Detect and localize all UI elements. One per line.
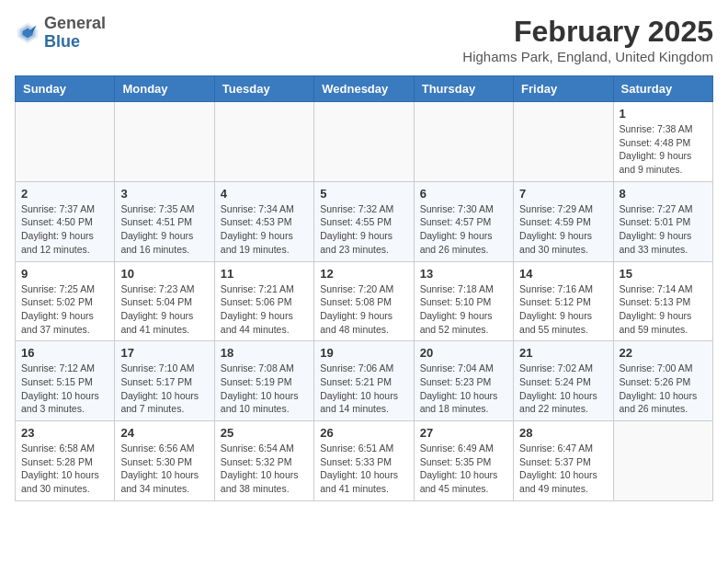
day-number: 14 — [519, 267, 607, 281]
calendar-cell: 7Sunrise: 7:29 AM Sunset: 4:59 PM Daylig… — [514, 181, 613, 261]
calendar-cell: 21Sunrise: 7:02 AM Sunset: 5:24 PM Dayli… — [514, 341, 613, 421]
day-info: Sunrise: 7:02 AM Sunset: 5:24 PM Dayligh… — [519, 362, 607, 416]
calendar-cell: 12Sunrise: 7:20 AM Sunset: 5:08 PM Dayli… — [314, 261, 414, 341]
day-info: Sunrise: 6:54 AM Sunset: 5:32 PM Dayligh… — [221, 442, 308, 496]
day-number: 12 — [320, 267, 407, 281]
day-info: Sunrise: 6:58 AM Sunset: 5:28 PM Dayligh… — [21, 442, 108, 496]
calendar-cell — [613, 421, 712, 501]
calendar-week-row: 16Sunrise: 7:12 AM Sunset: 5:15 PM Dayli… — [16, 341, 713, 421]
calendar-week-row: 1Sunrise: 7:38 AM Sunset: 4:48 PM Daylig… — [16, 102, 713, 182]
column-header-wednesday: Wednesday — [314, 76, 414, 102]
calendar-cell: 26Sunrise: 6:51 AM Sunset: 5:33 PM Dayli… — [314, 421, 414, 501]
header: General Blue February 2025 Highams Park,… — [15, 15, 713, 64]
day-number: 22 — [620, 346, 707, 360]
column-header-sunday: Sunday — [16, 76, 115, 102]
calendar-cell: 15Sunrise: 7:14 AM Sunset: 5:13 PM Dayli… — [613, 261, 712, 341]
calendar-cell: 3Sunrise: 7:35 AM Sunset: 4:51 PM Daylig… — [115, 181, 214, 261]
day-info: Sunrise: 7:23 AM Sunset: 5:04 PM Dayligh… — [120, 282, 208, 337]
day-number: 26 — [320, 426, 407, 440]
day-number: 20 — [420, 346, 507, 360]
calendar-cell: 5Sunrise: 7:32 AM Sunset: 4:55 PM Daylig… — [314, 181, 414, 261]
calendar-cell: 1Sunrise: 7:38 AM Sunset: 4:48 PM Daylig… — [613, 102, 712, 182]
month-title: February 2025 — [462, 15, 713, 49]
calendar-cell: 11Sunrise: 7:21 AM Sunset: 5:06 PM Dayli… — [214, 261, 313, 341]
day-number: 25 — [221, 426, 308, 440]
day-number: 9 — [21, 267, 108, 281]
day-info: Sunrise: 7:00 AM Sunset: 5:26 PM Dayligh… — [620, 362, 707, 416]
calendar-cell — [214, 102, 313, 182]
day-number: 10 — [120, 267, 208, 281]
calendar-cell — [414, 102, 513, 182]
calendar-cell: 14Sunrise: 7:16 AM Sunset: 5:12 PM Dayli… — [514, 261, 613, 341]
calendar-cell: 4Sunrise: 7:34 AM Sunset: 4:53 PM Daylig… — [214, 181, 313, 261]
day-info: Sunrise: 7:14 AM Sunset: 5:13 PM Dayligh… — [620, 282, 707, 337]
day-number: 2 — [21, 187, 108, 201]
day-info: Sunrise: 7:12 AM Sunset: 5:15 PM Dayligh… — [21, 362, 108, 416]
day-info: Sunrise: 6:51 AM Sunset: 5:33 PM Dayligh… — [320, 442, 407, 496]
calendar-cell: 23Sunrise: 6:58 AM Sunset: 5:28 PM Dayli… — [16, 421, 115, 501]
calendar-cell: 9Sunrise: 7:25 AM Sunset: 5:02 PM Daylig… — [16, 261, 115, 341]
calendar-week-row: 9Sunrise: 7:25 AM Sunset: 5:02 PM Daylig… — [16, 261, 713, 341]
calendar-cell: 28Sunrise: 6:47 AM Sunset: 5:37 PM Dayli… — [514, 421, 613, 501]
day-info: Sunrise: 7:25 AM Sunset: 5:02 PM Dayligh… — [21, 282, 108, 337]
day-number: 15 — [620, 267, 707, 281]
calendar: SundayMondayTuesdayWednesdayThursdayFrid… — [15, 75, 713, 501]
calendar-cell — [314, 102, 414, 182]
calendar-cell — [115, 102, 214, 182]
calendar-cell — [514, 102, 613, 182]
calendar-cell: 10Sunrise: 7:23 AM Sunset: 5:04 PM Dayli… — [115, 261, 214, 341]
day-number: 28 — [519, 426, 607, 440]
day-number: 27 — [420, 426, 507, 440]
calendar-cell: 2Sunrise: 7:37 AM Sunset: 4:50 PM Daylig… — [16, 181, 115, 261]
day-info: Sunrise: 6:56 AM Sunset: 5:30 PM Dayligh… — [120, 442, 208, 496]
day-number: 6 — [420, 187, 507, 201]
calendar-cell: 16Sunrise: 7:12 AM Sunset: 5:15 PM Dayli… — [16, 341, 115, 421]
calendar-cell: 22Sunrise: 7:00 AM Sunset: 5:26 PM Dayli… — [613, 341, 712, 421]
day-info: Sunrise: 7:38 AM Sunset: 4:48 PM Dayligh… — [620, 122, 707, 177]
logo-text: General Blue — [44, 15, 106, 52]
day-info: Sunrise: 7:32 AM Sunset: 4:55 PM Dayligh… — [320, 202, 407, 257]
calendar-cell — [16, 102, 115, 182]
logo: General Blue — [15, 15, 106, 52]
column-header-saturday: Saturday — [613, 76, 712, 102]
calendar-cell: 6Sunrise: 7:30 AM Sunset: 4:57 PM Daylig… — [414, 181, 513, 261]
day-number: 23 — [21, 426, 108, 440]
column-header-tuesday: Tuesday — [214, 76, 313, 102]
calendar-cell: 25Sunrise: 6:54 AM Sunset: 5:32 PM Dayli… — [214, 421, 313, 501]
calendar-cell: 24Sunrise: 6:56 AM Sunset: 5:30 PM Dayli… — [115, 421, 214, 501]
day-number: 19 — [320, 346, 407, 360]
day-number: 17 — [120, 346, 208, 360]
title-section: February 2025 Highams Park, England, Uni… — [462, 15, 713, 64]
calendar-cell: 27Sunrise: 6:49 AM Sunset: 5:35 PM Dayli… — [414, 421, 513, 501]
day-number: 1 — [620, 107, 707, 121]
day-number: 21 — [519, 346, 607, 360]
column-header-monday: Monday — [115, 76, 214, 102]
day-number: 8 — [620, 187, 707, 201]
day-number: 3 — [120, 187, 208, 201]
calendar-cell: 19Sunrise: 7:06 AM Sunset: 5:21 PM Dayli… — [314, 341, 414, 421]
calendar-header-row: SundayMondayTuesdayWednesdayThursdayFrid… — [16, 76, 713, 102]
day-info: Sunrise: 7:06 AM Sunset: 5:21 PM Dayligh… — [320, 362, 407, 416]
day-info: Sunrise: 7:27 AM Sunset: 5:01 PM Dayligh… — [620, 202, 707, 257]
day-number: 13 — [420, 267, 507, 281]
day-number: 16 — [21, 346, 108, 360]
day-info: Sunrise: 7:08 AM Sunset: 5:19 PM Dayligh… — [221, 362, 308, 416]
day-info: Sunrise: 7:10 AM Sunset: 5:17 PM Dayligh… — [120, 362, 208, 416]
day-number: 5 — [320, 187, 407, 201]
calendar-cell: 17Sunrise: 7:10 AM Sunset: 5:17 PM Dayli… — [115, 341, 214, 421]
day-info: Sunrise: 7:04 AM Sunset: 5:23 PM Dayligh… — [420, 362, 507, 416]
day-info: Sunrise: 6:47 AM Sunset: 5:37 PM Dayligh… — [519, 442, 607, 496]
calendar-cell: 20Sunrise: 7:04 AM Sunset: 5:23 PM Dayli… — [414, 341, 513, 421]
day-info: Sunrise: 7:16 AM Sunset: 5:12 PM Dayligh… — [519, 282, 607, 337]
day-info: Sunrise: 7:30 AM Sunset: 4:57 PM Dayligh… — [420, 202, 507, 257]
day-number: 24 — [120, 426, 208, 440]
day-number: 7 — [519, 187, 607, 201]
calendar-cell: 18Sunrise: 7:08 AM Sunset: 5:19 PM Dayli… — [214, 341, 313, 421]
column-header-thursday: Thursday — [414, 76, 513, 102]
calendar-cell: 8Sunrise: 7:27 AM Sunset: 5:01 PM Daylig… — [613, 181, 712, 261]
calendar-cell: 13Sunrise: 7:18 AM Sunset: 5:10 PM Dayli… — [414, 261, 513, 341]
logo-icon — [15, 20, 40, 46]
day-info: Sunrise: 7:34 AM Sunset: 4:53 PM Dayligh… — [221, 202, 308, 257]
day-info: Sunrise: 7:18 AM Sunset: 5:10 PM Dayligh… — [420, 282, 507, 337]
day-info: Sunrise: 7:21 AM Sunset: 5:06 PM Dayligh… — [221, 282, 308, 337]
